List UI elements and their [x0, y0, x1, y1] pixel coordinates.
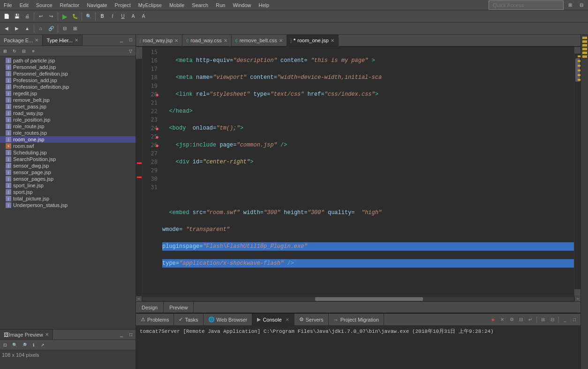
menu-myeclipse[interactable]: MyEclipse — [136, 1, 164, 9]
save-button[interactable]: 💾 — [12, 12, 22, 21]
list-item[interactable]: j sensor_page.jsp — [0, 169, 136, 176]
menu-window[interactable]: Window — [231, 1, 253, 9]
undo-button[interactable]: ↩ — [36, 12, 45, 21]
tab-close-road-way-jsp[interactable]: ✕ — [174, 38, 178, 43]
tab-problems[interactable]: ⚠ Problems — [136, 314, 174, 325]
underline-button[interactable]: U — [118, 12, 128, 21]
list-item[interactable]: j role_position.jsp — [0, 116, 136, 123]
back-button[interactable]: ◀ — [2, 24, 11, 33]
tab-close-room-one-jsp[interactable]: ✕ — [331, 38, 334, 43]
tab-console[interactable]: ▶ Console ✕ — [252, 314, 294, 325]
tab-project-migration[interactable]: → Project Migration — [329, 314, 384, 325]
list-item[interactable]: j regedit.jsp — [0, 90, 136, 97]
panel-toolbar-icon1[interactable]: ⊞ — [1, 47, 9, 55]
menu-mobile[interactable]: Mobile — [167, 1, 186, 9]
list-item[interactable]: j SearchPosition.jsp — [0, 156, 136, 162]
tab-design[interactable]: Design — [136, 302, 164, 313]
type-hierarchy-close[interactable]: ✕ — [75, 38, 78, 43]
perspective-button[interactable]: ⊞ — [565, 0, 575, 10]
tab-remove-belt-css[interactable]: c remove_belt.css ✕ — [232, 35, 287, 46]
panel-toolbar-icon3[interactable]: ⊟ — [20, 47, 28, 55]
list-item[interactable]: j Personnel_definition.jsp — [0, 70, 136, 77]
console-scroll-lock[interactable]: ⊟ — [517, 315, 525, 324]
debug-button[interactable]: 🐛 — [70, 12, 80, 21]
menu-project[interactable]: Project — [113, 1, 133, 9]
maximize-bottom-button[interactable]: □ — [570, 315, 579, 324]
tab-preview[interactable]: Preview — [164, 302, 194, 313]
list-item[interactable]: j Personnel_add.jsp — [0, 64, 136, 70]
list-item[interactable]: j Underperson_status.jsp — [0, 202, 136, 208]
tab-servers[interactable]: ⚙ Servers — [294, 314, 329, 325]
list-item[interactable]: j path of particle.jsp — [0, 57, 136, 64]
list-item-selected[interactable]: j room_one.jsp — [0, 136, 136, 143]
tab-road-way-css[interactable]: c road_way.css ✕ — [182, 35, 231, 46]
image-preview-tab[interactable]: 🖼 Image Preview ✕ — [0, 330, 53, 339]
zoom-out-button[interactable]: 🔎 — [20, 341, 28, 349]
lower-maximize-button[interactable]: □ — [126, 330, 136, 339]
console-stop-button[interactable]: ■ — [489, 315, 497, 324]
console-close[interactable]: ✕ — [286, 317, 289, 322]
list-item[interactable]: j sport_line.jsp — [0, 182, 136, 189]
tab-road-way-jsp[interactable]: j road_way.jsp ✕ — [136, 35, 182, 46]
minimize-panel-button[interactable]: _ — [117, 35, 126, 44]
font-size-a2-button[interactable]: A — [139, 12, 148, 21]
maximize-panel-button[interactable]: □ — [126, 35, 136, 44]
horizontal-scrollbar[interactable]: < > — [136, 296, 580, 301]
image-info-button[interactable]: ℹ — [29, 341, 38, 349]
minimize-bottom-button[interactable]: _ — [561, 315, 569, 324]
package-explorer-tab[interactable]: Package E... ✕ — [0, 35, 43, 46]
menu-file[interactable]: File — [2, 1, 14, 9]
up-button[interactable]: ▲ — [23, 24, 32, 33]
menu-run[interactable]: Run — [214, 1, 227, 9]
panel-toolbar-arrow[interactable]: ▽ — [126, 47, 135, 55]
run-button[interactable]: ▶ — [60, 12, 69, 21]
console-word-wrap[interactable]: ↵ — [526, 315, 535, 324]
scroll-up-button[interactable] — [574, 47, 580, 54]
menu-refactor[interactable]: Refactor — [58, 1, 82, 9]
hscroll-right-button[interactable]: > — [575, 296, 580, 302]
list-item[interactable]: j Profession_add.jsp — [0, 77, 136, 84]
search-toolbar-button[interactable]: 🔍 — [84, 12, 93, 21]
forward-button[interactable]: ▶ — [12, 24, 22, 33]
tab-close-road-way-css[interactable]: ✕ — [224, 38, 227, 43]
print-button[interactable]: 🖨 — [23, 12, 32, 21]
menu-search[interactable]: Search — [190, 1, 210, 9]
scroll-track[interactable] — [574, 54, 580, 289]
tab-close-remove-belt-css[interactable]: ✕ — [279, 38, 283, 43]
list-item[interactable]: s room.swf — [0, 143, 136, 149]
quick-access-input[interactable] — [489, 0, 564, 10]
type-hierarchy-tab[interactable]: Type Hier... ✕ — [43, 35, 83, 46]
image-export-button[interactable]: ↗ — [38, 341, 47, 349]
console-copy[interactable]: ⊞ — [539, 315, 547, 324]
package-explorer-close[interactable]: ✕ — [35, 38, 38, 43]
font-size-a-button[interactable]: A — [128, 12, 138, 21]
list-item[interactable]: j road_way.jsp — [0, 110, 136, 116]
new-button[interactable]: 📄 — [2, 12, 11, 21]
link-button[interactable]: 🔗 — [46, 24, 56, 33]
list-item[interactable]: j sensor_pages.jsp — [0, 176, 136, 182]
console-clear-button[interactable]: ✕ — [498, 315, 506, 324]
menu-help[interactable]: Help — [257, 1, 271, 9]
menu-navigate[interactable]: Navigate — [85, 1, 109, 9]
list-item[interactable]: j Scheduling.jsp — [0, 149, 136, 156]
console-action1[interactable]: ⚙ — [507, 315, 516, 324]
code-content[interactable]: <meta http-equiv="description" content= … — [160, 47, 574, 296]
panel-toolbar-icon2[interactable]: ↻ — [10, 47, 19, 55]
list-item[interactable]: j sensor_dwg.jsp — [0, 162, 136, 169]
bold-button[interactable]: B — [98, 12, 107, 21]
panel-toolbar-icon4[interactable]: ≡ — [29, 47, 38, 55]
zoom-fit-button[interactable]: ⊡ — [1, 341, 9, 349]
list-item[interactable]: j reset_pass.jsp — [0, 103, 136, 110]
list-item[interactable]: j total_picture.jsp — [0, 195, 136, 202]
console-paste[interactable]: ⊟ — [548, 315, 557, 324]
lower-minimize-button[interactable]: _ — [117, 330, 126, 339]
italic-button[interactable]: I — [108, 12, 117, 21]
menu-edit[interactable]: Edit — [18, 1, 30, 9]
hscroll-track[interactable] — [143, 297, 574, 301]
list-item[interactable]: j sport.jsp — [0, 189, 136, 195]
list-item[interactable]: j Profession_definition.jsp — [0, 84, 136, 90]
list-item[interactable]: j remove_belt.jsp — [0, 97, 136, 103]
hscroll-left-button[interactable]: < — [136, 296, 142, 302]
hscroll-thumb[interactable] — [315, 297, 423, 301]
zoom-in-button[interactable]: 🔍 — [10, 341, 19, 349]
